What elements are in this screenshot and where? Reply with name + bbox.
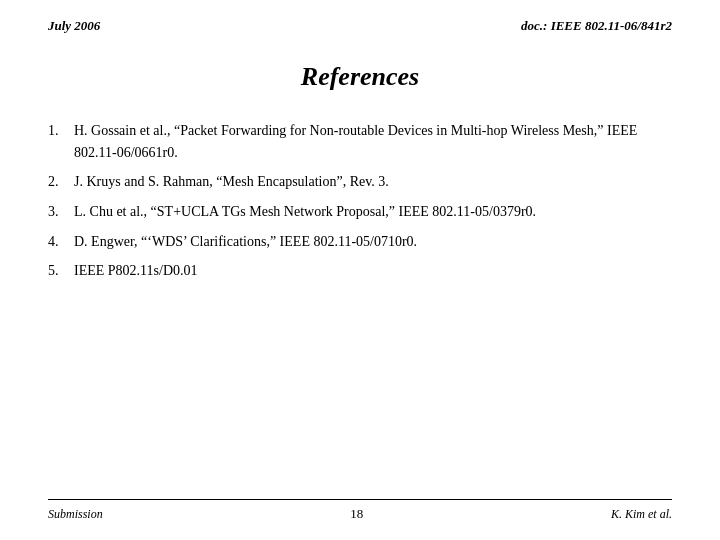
page-header: July 2006 doc.: IEEE 802.11-06/841r2 — [48, 18, 672, 34]
references-list: 1.H. Gossain et al., “Packet Forwarding … — [48, 120, 672, 489]
page-title: References — [48, 62, 672, 92]
ref-number: 5. — [48, 260, 74, 282]
page-footer: Submission 18 K. Kim et al. — [48, 499, 672, 522]
list-item: 4.D. Engwer, “‘WDS’ Clarifications,” IEE… — [48, 231, 672, 253]
footer-author: K. Kim et al. — [611, 507, 672, 522]
page-container: July 2006 doc.: IEEE 802.11-06/841r2 Ref… — [0, 0, 720, 540]
ref-number: 2. — [48, 171, 74, 193]
list-item: 3.L. Chu et al., “ST+UCLA TGs Mesh Netwo… — [48, 201, 672, 223]
ref-number: 4. — [48, 231, 74, 253]
header-doc-id: doc.: IEEE 802.11-06/841r2 — [521, 18, 672, 34]
footer-submission: Submission — [48, 507, 103, 522]
ref-text: D. Engwer, “‘WDS’ Clarifications,” IEEE … — [74, 231, 672, 253]
ref-text: J. Kruys and S. Rahman, “Mesh Encapsulat… — [74, 171, 672, 193]
list-item: 2.J. Kruys and S. Rahman, “Mesh Encapsul… — [48, 171, 672, 193]
ref-number: 3. — [48, 201, 74, 223]
ref-number: 1. — [48, 120, 74, 142]
list-item: 1.H. Gossain et al., “Packet Forwarding … — [48, 120, 672, 163]
footer-page-number: 18 — [350, 506, 363, 522]
ref-text: IEEE P802.11s/D0.01 — [74, 260, 672, 282]
ref-text: L. Chu et al., “ST+UCLA TGs Mesh Network… — [74, 201, 672, 223]
header-date: July 2006 — [48, 18, 100, 34]
list-item: 5.IEEE P802.11s/D0.01 — [48, 260, 672, 282]
ref-text: H. Gossain et al., “Packet Forwarding fo… — [74, 120, 672, 163]
title-section: References — [48, 62, 672, 92]
